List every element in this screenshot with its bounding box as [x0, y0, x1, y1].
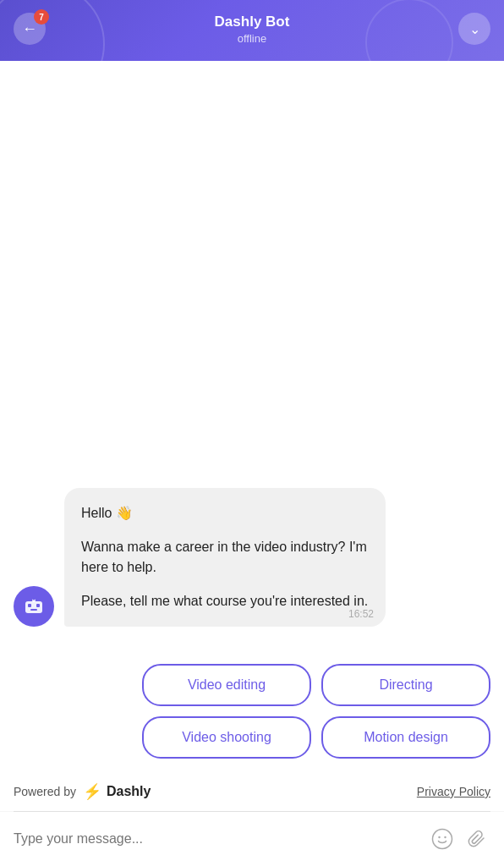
options-row-1: Video editing Directing — [14, 664, 490, 706]
svg-point-6 — [433, 830, 452, 849]
intro-text: Wanna make a career in the video industr… — [81, 537, 369, 578]
bot-status: offline — [46, 32, 458, 45]
svg-rect-1 — [28, 604, 31, 607]
svg-point-8 — [444, 836, 446, 838]
dashly-logo: ⚡ Dashly — [83, 782, 151, 801]
powered-by-left: Powered by ⚡ Dashly — [14, 782, 151, 801]
back-icon: ← — [22, 20, 37, 38]
option-video-editing[interactable]: Video editing — [142, 664, 311, 706]
message-time: 16:52 — [348, 608, 374, 620]
privacy-policy-link[interactable]: Privacy Policy — [417, 785, 490, 798]
message-input[interactable] — [14, 831, 419, 847]
option-directing[interactable]: Directing — [321, 664, 490, 706]
option-video-shooting[interactable]: Video shooting — [142, 716, 311, 759]
input-area — [0, 812, 504, 866]
svg-rect-0 — [25, 601, 42, 613]
bot-bubble: Hello 👋 Wanna make a career in the video… — [64, 488, 386, 627]
attach-button[interactable] — [465, 826, 490, 852]
emoji-icon — [431, 828, 453, 850]
back-button[interactable]: ← 7 — [14, 13, 46, 45]
bot-name: Dashly Bot — [46, 14, 458, 30]
svg-rect-3 — [30, 609, 37, 611]
dashly-logo-icon: ⚡ — [83, 782, 101, 801]
svg-point-5 — [33, 598, 36, 600]
powered-by-text: Powered by — [14, 785, 76, 798]
bot-message-row: Hello 👋 Wanna make a career in the video… — [14, 488, 490, 627]
emoji-button[interactable] — [430, 826, 455, 852]
greeting-text: Hello 👋 — [81, 503, 369, 523]
header: ← 7 Dashly Bot offline ⌄ — [0, 0, 504, 61]
options-row-2: Video shooting Motion design — [14, 716, 490, 759]
attach-icon — [467, 828, 489, 850]
robot-icon — [22, 595, 46, 618]
chevron-button[interactable]: ⌄ — [458, 13, 490, 45]
chevron-down-icon: ⌄ — [469, 21, 480, 37]
options-area: Video editing Directing Video shooting M… — [0, 657, 504, 772]
dashly-brand-name: Dashly — [107, 784, 151, 799]
bot-bubble-text: Hello 👋 Wanna make a career in the video… — [81, 503, 369, 611]
header-center: Dashly Bot offline — [46, 14, 458, 45]
question-text: Please, tell me what course you're inter… — [81, 591, 369, 611]
powered-by-bar: Powered by ⚡ Dashly Privacy Policy — [0, 772, 504, 811]
chat-area: Hello 👋 Wanna make a career in the video… — [0, 61, 504, 657]
svg-point-7 — [438, 836, 440, 838]
svg-rect-2 — [36, 604, 40, 607]
bot-avatar — [14, 586, 54, 627]
option-motion-design[interactable]: Motion design — [321, 716, 490, 759]
chat-spacer — [14, 78, 490, 488]
notification-badge: 7 — [34, 9, 49, 25]
